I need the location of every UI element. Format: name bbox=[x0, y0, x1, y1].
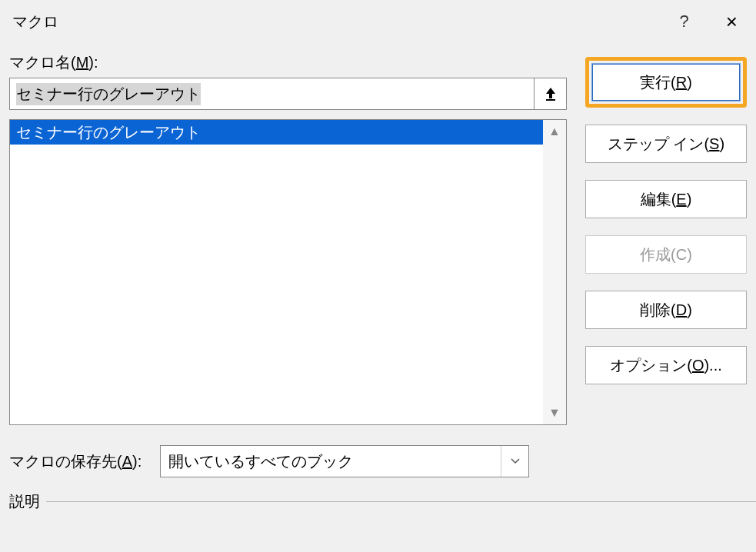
label-accel: M bbox=[76, 54, 89, 71]
create-button: 作成(C) bbox=[585, 235, 747, 274]
btn-text: ) bbox=[687, 74, 692, 91]
save-dest-select[interactable]: 開いているすべてのブック bbox=[160, 445, 529, 477]
bottom-area: マクロの保存先(A): 開いているすべてのブック 説明 bbox=[0, 425, 756, 512]
delete-button[interactable]: 削除(D) bbox=[585, 291, 747, 329]
run-button-highlight: 実行(R) bbox=[585, 57, 747, 108]
macro-name-label: マクロ名(M): bbox=[9, 52, 567, 73]
btn-accel: D bbox=[676, 301, 687, 319]
run-button[interactable]: 実行(R) bbox=[592, 64, 740, 101]
label-accel: A bbox=[122, 453, 132, 470]
macro-name-row: セミナー行のグレーアウト bbox=[9, 78, 567, 110]
left-column: マクロ名(M): セミナー行のグレーアウト セミナー行のグレーアウト ▲ ▼ bbox=[9, 52, 567, 425]
scroll-up-icon[interactable]: ▲ bbox=[548, 125, 561, 138]
btn-text: ) bbox=[687, 301, 692, 319]
macro-name-value: セミナー行のグレーアウト bbox=[16, 83, 201, 105]
btn-text: ステップ イン( bbox=[608, 134, 709, 155]
upload-button[interactable] bbox=[535, 78, 567, 110]
btn-accel: O bbox=[692, 357, 704, 374]
label-text: マクロ名( bbox=[9, 54, 76, 71]
btn-text: オプション( bbox=[610, 355, 692, 376]
label-text: ): bbox=[88, 54, 98, 71]
macro-name-input[interactable]: セミナー行のグレーアウト bbox=[9, 78, 535, 110]
help-icon[interactable]: ? bbox=[680, 12, 689, 32]
select-value: 開いているすべてのブック bbox=[168, 451, 353, 472]
dialog-title: マクロ bbox=[12, 12, 58, 32]
btn-text: ) bbox=[719, 135, 724, 153]
title-bar: マクロ ? × bbox=[0, 0, 756, 43]
titlebar-actions: ? × bbox=[680, 12, 744, 32]
scroll-down-icon[interactable]: ▼ bbox=[548, 406, 561, 420]
btn-text: 削除( bbox=[640, 300, 676, 321]
btn-text: 実行( bbox=[640, 72, 676, 93]
step-in-button[interactable]: ステップ イン(S) bbox=[585, 125, 747, 163]
label-text: ): bbox=[132, 453, 142, 470]
description-row: 説明 bbox=[9, 491, 747, 512]
description-divider bbox=[46, 501, 756, 502]
save-dest-row: マクロの保存先(A): 開いているすべてのブック bbox=[9, 445, 747, 477]
list-item[interactable]: セミナー行のグレーアウト bbox=[10, 120, 543, 145]
btn-text: )... bbox=[704, 357, 721, 374]
chevron-down-icon bbox=[501, 446, 528, 477]
btn-accel: R bbox=[676, 74, 687, 91]
close-icon[interactable]: × bbox=[726, 12, 738, 32]
arrow-up-icon bbox=[544, 86, 558, 101]
save-dest-label: マクロの保存先(A): bbox=[9, 451, 142, 472]
svg-rect-0 bbox=[546, 99, 555, 101]
btn-accel: E bbox=[676, 191, 686, 208]
content-area: マクロ名(M): セミナー行のグレーアウト セミナー行のグレーアウト ▲ ▼ bbox=[0, 43, 756, 425]
listbox-scrollbar[interactable]: ▲ ▼ bbox=[543, 120, 566, 424]
macro-listbox[interactable]: セミナー行のグレーアウト ▲ ▼ bbox=[9, 119, 567, 425]
right-column: 実行(R) ステップ イン(S) 編集(E) 作成(C) 削除(D) オプション… bbox=[585, 52, 747, 425]
btn-text: 編集( bbox=[641, 189, 677, 210]
btn-text: ) bbox=[687, 191, 692, 208]
edit-button[interactable]: 編集(E) bbox=[585, 180, 747, 218]
btn-accel: S bbox=[709, 135, 719, 153]
options-button[interactable]: オプション(O)... bbox=[585, 346, 747, 384]
description-label: 説明 bbox=[9, 491, 40, 512]
listbox-items: セミナー行のグレーアウト bbox=[10, 120, 543, 424]
label-text: マクロの保存先( bbox=[9, 453, 122, 470]
